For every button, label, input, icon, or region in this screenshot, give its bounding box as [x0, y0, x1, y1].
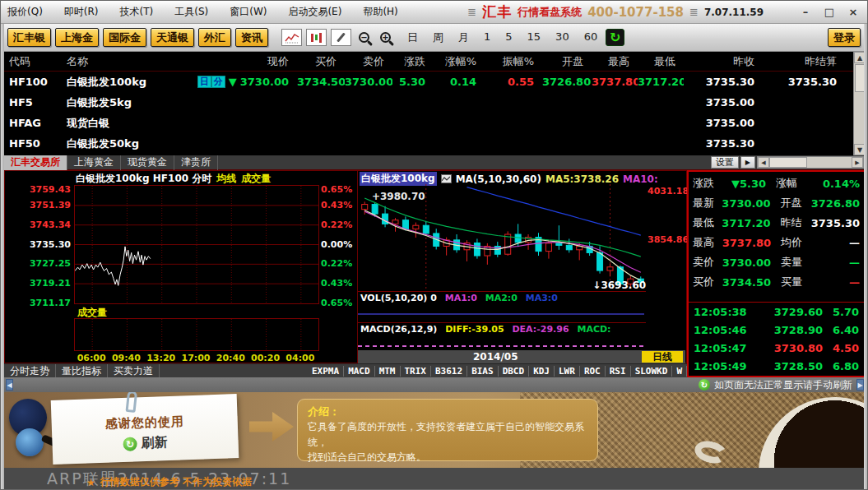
menu-item[interactable]: 即时(R) [64, 5, 99, 19]
quote-label: 涨幅 [776, 176, 809, 191]
indicator-tab[interactable]: RSI [606, 366, 631, 377]
indicator-tab[interactable]: SLOWKD [631, 366, 673, 377]
indicator-tab[interactable]: B3612 [431, 366, 467, 377]
scroll-left-icon[interactable]: ◀ [758, 157, 769, 168]
market-button[interactable]: 国际金 [103, 28, 146, 47]
badge-day: 日 [197, 76, 211, 88]
view-tab[interactable]: 量比指标 [56, 364, 108, 378]
period-label[interactable]: 60 [580, 30, 602, 45]
market-tab[interactable]: 汇丰交易所 [4, 155, 67, 170]
page-left-icon[interactable]: ◀ [6, 379, 13, 391]
page-right-icon[interactable]: ▶ [856, 379, 864, 391]
indicator-tab[interactable]: MTM [375, 366, 401, 377]
scrollbar-thumb[interactable] [769, 157, 807, 168]
column-header[interactable]: 名称 [67, 54, 182, 69]
ma10-value: MA10: [623, 173, 658, 185]
refresh-status-icon: ↻ [699, 379, 710, 391]
period-label[interactable]: 15 [523, 30, 545, 45]
column-header[interactable]: 开盘 [542, 54, 592, 69]
table-row[interactable]: HF5白银批发5kg3735.00 [4, 92, 866, 113]
percent-axis-label: 0.65% [321, 184, 352, 195]
settings-button[interactable]: 设置 [711, 156, 739, 169]
indicator-tab[interactable]: TRIX [401, 366, 432, 377]
indicator-tab[interactable]: KDJ [529, 366, 555, 377]
indicator-tab[interactable]: EXPMA [308, 366, 344, 377]
quote-detail-panel: 涨跌▼5.30涨幅0.14%最新3730.00开盘3726.80最低3717.2… [687, 170, 866, 377]
indicator-tab[interactable]: BIAS [467, 366, 499, 377]
column-header[interactable]: 最高 [592, 54, 638, 69]
view-tab[interactable]: 买卖力道 [108, 364, 160, 378]
column-header[interactable]: 现价 [182, 54, 297, 69]
price-axis-label: 3711.17 [30, 298, 71, 308]
column-header[interactable]: 涨跌 [392, 54, 434, 69]
indicator-tab[interactable]: LWR [555, 366, 580, 377]
draw-pencil-icon[interactable] [331, 29, 351, 46]
table-row[interactable]: HF50白银批发50kg3735.30 [4, 133, 866, 154]
table-row[interactable]: HF100白银批发100kg日分▼3730.003734.503730.005.… [4, 72, 866, 92]
menu-item[interactable]: 帮助(H) [363, 5, 397, 19]
quote-value: 3730.00 [722, 257, 771, 269]
kline-chart-panel[interactable]: 白银批发100kg MA(5,10,30,60) MA5:3738.26 MA1… [358, 170, 687, 363]
menu-item[interactable]: 工具(S) [174, 5, 208, 19]
close-button[interactable]: × [844, 6, 862, 18]
indicator-tab[interactable]: DBCD [499, 366, 530, 377]
period-label[interactable]: 5 [501, 30, 516, 45]
view-tab[interactable]: 分时走势 [4, 364, 56, 378]
refresh-icon[interactable]: ↻ [606, 29, 624, 46]
login-button[interactable]: 登录 [828, 28, 861, 47]
column-header[interactable]: 代码 [9, 54, 67, 69]
indicator-tab[interactable]: MACD [344, 366, 375, 377]
market-tab[interactable]: 现货黄金 [121, 155, 174, 170]
column-header[interactable]: 买价 [297, 54, 345, 69]
column-header[interactable]: 振幅% [485, 54, 542, 69]
table-row[interactable]: HFAG现货白银3735.00 [4, 113, 866, 133]
zoom-in-icon[interactable]: + [380, 32, 391, 43]
last-price: 3730.00 [240, 76, 289, 88]
period-label[interactable]: 周 [429, 30, 448, 45]
market-button[interactable]: 上海金 [55, 28, 99, 47]
version-number: 7.07.11.59 [704, 7, 764, 18]
column-header[interactable]: 涨幅% [434, 54, 485, 69]
macd-pane-chart [358, 323, 644, 351]
market-tab[interactable]: 津贵所 [174, 155, 218, 170]
zoom-out-icon[interactable]: − [359, 32, 369, 43]
column-header[interactable]: 卖价 [345, 54, 392, 69]
menu-item[interactable]: 启动交易(E) [288, 5, 341, 19]
minute-volume-chart [75, 319, 318, 350]
menu-item[interactable]: 窗口(W) [230, 5, 267, 19]
refresh-link[interactable]: 刷新 [141, 434, 168, 452]
tick-quantity: 5.70 [823, 306, 859, 318]
quote-label: 开盘 [781, 196, 811, 210]
indicator-tab[interactable]: ROC [580, 366, 606, 377]
market-tab[interactable]: 上海黄金 [67, 155, 121, 170]
refresh-icon[interactable]: ↻ [123, 437, 137, 451]
period-label[interactable]: 月 [454, 30, 473, 45]
period-label[interactable]: 1 [480, 30, 494, 45]
period-label[interactable]: 30 [551, 30, 573, 45]
market-button[interactable]: 外汇 [198, 28, 231, 47]
scroll-right-icon[interactable]: ▶ [852, 157, 863, 168]
view-tabs-row: 分时走势量比指标买卖力道 EXPMAMACDMTMTRIXB3612BIASDB… [4, 363, 687, 377]
title-right: ≣ 汇丰 行情看盘系统 400-1077-158 ≣ 7.07.11.59 – … [467, 2, 862, 21]
candlestick-chart-icon[interactable] [306, 29, 327, 46]
market-button[interactable]: 天通银 [151, 28, 194, 47]
period-label[interactable]: 日 [403, 30, 422, 45]
period-daily-button[interactable]: 日线 [642, 351, 683, 363]
column-header[interactable]: 最低 [638, 54, 684, 69]
maximize-button[interactable]: □ [820, 6, 838, 18]
market-button[interactable]: 资讯 [235, 28, 268, 47]
column-header[interactable]: 昨结算 [763, 54, 845, 69]
horizontal-scrollbar[interactable]: ◀ ▶ [757, 156, 864, 169]
market-button[interactable]: 汇丰银 [7, 28, 51, 47]
intro-box: 介绍： 它具备了高度的开放性，支持投资者建立属于自己的智能交易系统， 找到适合自… [297, 399, 598, 461]
minimize-button[interactable]: – [796, 6, 815, 18]
minute-chart-panel[interactable]: 白银批发100kg HF100 分时均线成交量 3759.433751.3937… [4, 170, 358, 363]
menu-item[interactable]: 技术(T) [120, 5, 154, 19]
tick-time: 12:05:38 [694, 306, 764, 318]
column-header[interactable]: 昨收 [684, 54, 763, 69]
line-chart-icon[interactable] [281, 29, 302, 46]
settings-expand-icon[interactable]: ▶ [740, 156, 755, 169]
day-minute-badge[interactable]: 日分 [197, 76, 225, 88]
indicator-tab[interactable]: W [672, 366, 687, 377]
menu-item[interactable]: 报价(Q) [7, 5, 43, 19]
